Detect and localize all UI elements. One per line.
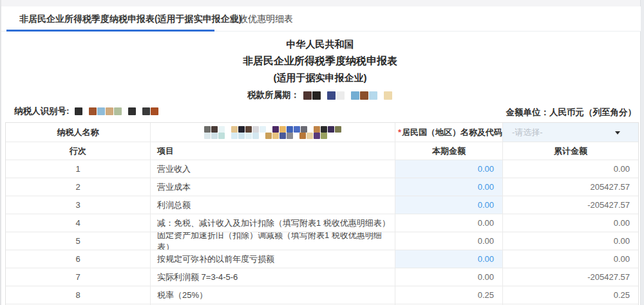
resident-country-label: * 居民国（地区）名称及代码: [395, 123, 503, 142]
page-top-strip: [0, 0, 644, 6]
row-number: 7: [6, 268, 151, 286]
form-title-main: 非居民企业所得税季度纳税申报表: [0, 55, 640, 68]
item-label: 减：免税、减计收入及加计扣除（填写附表1 税收优惠明细表）: [151, 214, 395, 232]
current-amount-input[interactable]: 0.00: [395, 178, 503, 196]
tab-quarterly-declaration[interactable]: 非居民企业所得税季度纳税申报表(适用于据实申报企业): [19, 6, 242, 31]
item-label: 税率（25%）: [151, 286, 395, 304]
header-current-amount: 本期金额: [395, 142, 503, 160]
table-row: 3利润总额0.00-205427.57: [6, 196, 638, 214]
amount-unit-label: 金额单位：人民币元（列至角分）: [506, 107, 637, 118]
item-label: 实际利润额 7=3-4-5-6: [151, 268, 395, 286]
current-amount-value: 0.00: [395, 214, 503, 232]
country-select-placeholder: -请选择-: [503, 127, 543, 138]
table-row: 4减：免税、减计收入及加计扣除（填写附表1 税收优惠明细表）0.000.00: [6, 214, 638, 232]
current-amount-value: 0.25: [395, 286, 503, 304]
table-row: 5固定资产加速折旧（扣除）调减额（填写附表1 税收优惠明细表）0.000.00: [6, 232, 638, 250]
row-number: 6: [6, 250, 151, 268]
table-row: 1营业收入0.000.00: [6, 160, 638, 178]
tab-bar: 非居民企业所得税季度纳税申报表(适用于据实申报企业) 税收优惠明细表: [1, 6, 641, 32]
taxpayer-name-value: [151, 123, 395, 142]
current-amount-input[interactable]: 0.00: [395, 196, 503, 214]
cumulative-amount-value: 205427.57: [503, 178, 638, 196]
item-label: 固定资产加速折旧（扣除）调减额（填写附表1 税收优惠明细表）: [151, 232, 395, 250]
country-select[interactable]: -请选择-: [503, 123, 638, 142]
tax-period-label: 税款所属期：: [247, 89, 299, 101]
redacted-taxpayer-name: [204, 126, 342, 139]
row-number: 5: [6, 232, 151, 250]
meta-line: 纳税人识别号: 金额单位：人民币元（列至角分）: [0, 106, 644, 120]
table-row: 2营业成本0.00205427.57: [6, 178, 638, 196]
cumulative-amount-value: 0.25: [503, 286, 638, 304]
tab-tax-preference-detail[interactable]: 税收优惠明细表: [230, 6, 293, 31]
header-row-no: 行次: [6, 142, 151, 160]
item-label: 营业收入: [151, 160, 395, 178]
table-body: 1营业收入0.000.002营业成本0.00205427.573利润总额0.00…: [6, 160, 638, 305]
active-tab-underline: [6, 30, 214, 32]
redacted-taxpayer-id: [75, 107, 159, 115]
taxpayer-id-label: 纳税人识别号:: [14, 106, 70, 117]
current-amount-value: 0.00: [395, 232, 503, 250]
form-title-sub: (适用于据实申报企业): [0, 72, 640, 84]
row-number: 3: [6, 196, 151, 214]
cumulative-amount-value: 0.00: [503, 250, 638, 268]
item-label: 按规定可弥补的以前年度亏损额: [151, 250, 395, 268]
row-number: 2: [6, 178, 151, 196]
table-row: 8税率（25%）0.250.25: [6, 286, 638, 304]
row-number: 1: [6, 160, 151, 178]
form-title-country: 中华人民共和国: [0, 39, 640, 51]
taxpayer-id-line: 纳税人识别号:: [14, 106, 159, 117]
row-number: 4: [6, 214, 151, 232]
header-item: 项目: [151, 142, 395, 160]
current-amount-input[interactable]: 0.00: [395, 250, 503, 268]
item-label: 利润总额: [151, 196, 395, 214]
cumulative-amount-value: -205427.57: [503, 268, 638, 286]
item-label: 营业成本: [151, 178, 395, 196]
header-cumulative-amount: 累计金额: [503, 142, 638, 160]
tax-period-line: 税款所属期：: [0, 89, 640, 101]
cumulative-amount-value: 0.00: [503, 160, 638, 178]
taxpayer-name-label: 纳税人名称: [6, 123, 151, 142]
cumulative-amount-value: 0.00: [503, 214, 638, 232]
table-row: 7实际利润额 7=3-4-5-60.00-205427.57: [6, 268, 638, 286]
row-number: 8: [6, 286, 151, 304]
required-asterisk: *: [398, 127, 401, 137]
table-header-row: 行次 项目 本期金额 累计金额: [6, 142, 638, 160]
cumulative-amount-value: 0.00: [503, 232, 638, 250]
table-row: 6按规定可弥补的以前年度亏损额0.000.00: [6, 250, 638, 268]
chevron-down-icon: [615, 131, 620, 134]
declaration-table: 纳税人名称 * 居民国（地区）名称及代码 -请选择- 行次 项目 本期金额 累计…: [5, 122, 639, 305]
current-amount-value: 0.00: [395, 268, 503, 286]
scrollbar-track[interactable]: [640, 0, 644, 305]
current-amount-input[interactable]: 0.00: [395, 160, 503, 178]
taxpayer-info-row: 纳税人名称 * 居民国（地区）名称及代码 -请选择-: [6, 123, 638, 142]
redacted-tax-period: [303, 91, 393, 100]
cumulative-amount-value: -205427.57: [503, 196, 638, 214]
